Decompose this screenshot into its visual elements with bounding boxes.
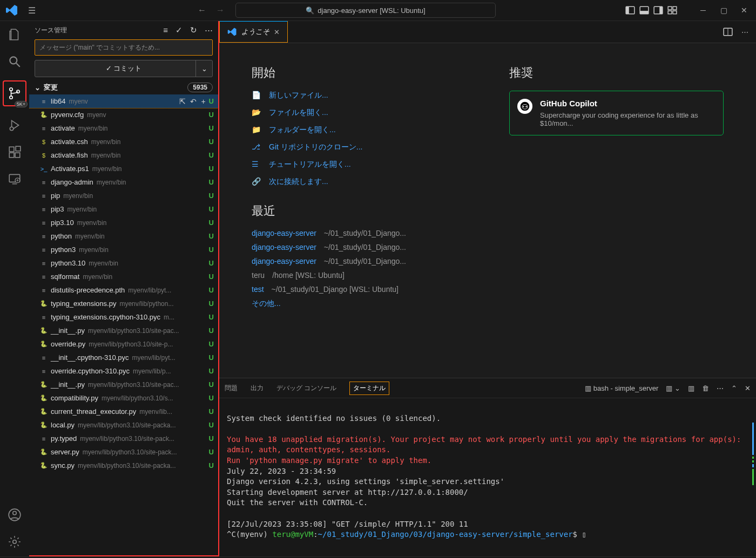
file-name: python3 — [51, 246, 76, 254]
close-button[interactable]: ✕ — [739, 6, 750, 15]
recent-more[interactable]: その他... — [252, 299, 281, 308]
more-icon[interactable]: ⋯ — [205, 25, 213, 35]
panel-tab-output[interactable]: 出力 — [251, 384, 264, 393]
editor-more-icon[interactable]: ⋯ — [741, 28, 748, 36]
sidebar-title: ソース管理 — [35, 26, 67, 35]
menu-icon[interactable]: ☰ — [28, 5, 36, 16]
nav-back-icon[interactable]: ← — [198, 5, 206, 15]
extensions-icon[interactable] — [6, 144, 23, 160]
change-item[interactable]: 🐍 override.py myenv/lib/python3.10/site-… — [29, 337, 218, 351]
minimize-button[interactable]: ─ — [698, 6, 708, 15]
nav-forward-icon[interactable]: → — [216, 5, 225, 15]
layout-primary-icon[interactable] — [625, 5, 635, 15]
new-terminal-icon[interactable]: ▥ ⌄ — [666, 384, 680, 392]
change-item[interactable]: ≡ override.cpython-310.pyc myenv/lib/p..… — [29, 364, 218, 378]
file-status: U — [209, 421, 214, 429]
recent-item[interactable]: django-easy-server~/01_study/01_Django..… — [252, 257, 466, 266]
change-item[interactable]: 🐍 sync.py myenv/lib/python3.10/site-pack… — [29, 459, 218, 472]
file-status: U — [209, 326, 214, 335]
change-item[interactable]: 🐍 __init__.py myenv/lib/python3.10/site-… — [29, 324, 218, 337]
change-item[interactable]: >_ Activate.ps1 myenv/bin ⇱↶+ U — [29, 162, 218, 175]
start-link[interactable]: 📂ファイルを開く... — [252, 108, 466, 118]
maximize-panel-icon[interactable]: ⌃ — [731, 384, 737, 392]
recent-item[interactable]: django-easy-server~/01_study/01_Django..… — [252, 243, 466, 251]
refresh-icon[interactable]: ↻ — [190, 25, 197, 35]
layout-customize-icon[interactable] — [667, 5, 677, 15]
accounts-icon[interactable] — [6, 507, 23, 523]
start-link[interactable]: 📁フォルダーを開く... — [252, 125, 466, 135]
change-item[interactable]: 🐍 __init__.py myenv/lib/python3.10/site-… — [29, 378, 218, 391]
change-item[interactable]: 🐍 local.py myenv/lib/python3.10/site-pac… — [29, 418, 218, 432]
commit-button[interactable]: ✓ コミット ⌄ — [35, 60, 213, 77]
run-debug-icon[interactable] — [6, 117, 23, 133]
recent-item[interactable]: teru/home [WSL: Ubuntu] — [252, 271, 466, 280]
change-item[interactable]: ≡ typing_extensions.cpython-310.pyc m...… — [29, 310, 218, 324]
commit-dropdown[interactable]: ⌄ — [195, 60, 212, 77]
split-terminal-icon[interactable]: ▥ — [688, 384, 694, 392]
kill-terminal-icon[interactable]: 🗑 — [702, 384, 709, 392]
change-item[interactable]: 🐍 typing_extensions.py myenv/lib/python.… — [29, 297, 218, 310]
view-tree-icon[interactable]: ≡ — [163, 25, 168, 35]
change-item[interactable]: ≡ python3 myenv/bin ⇱↶+ U — [29, 243, 218, 256]
recommended-title: 推奨 — [509, 65, 724, 81]
change-item[interactable]: ≡ pip3.10 myenv/bin ⇱↶+ U — [29, 216, 218, 229]
search-icon[interactable] — [6, 53, 23, 70]
explorer-icon[interactable] — [6, 26, 23, 43]
start-link[interactable]: ☰チュートリアルを開く... — [252, 160, 466, 169]
change-item[interactable]: 🐍 compatibility.py myenv/lib/python3.10/… — [29, 391, 218, 405]
file-name: python — [51, 232, 72, 240]
commit-check-icon[interactable]: ✓ — [176, 25, 183, 35]
commit-message-input[interactable]: メッセージ ("main" でコミットするため... — [35, 39, 213, 56]
change-item[interactable]: ≡ pip3 myenv/bin ⇱↶+ U — [29, 202, 218, 216]
remote-explorer-icon[interactable] — [6, 171, 23, 187]
terminal[interactable]: System check identified no issues (0 sil… — [219, 398, 756, 556]
layout-secondary-icon[interactable] — [653, 5, 663, 15]
change-item[interactable]: ≡ python3.10 myenv/bin ⇱↶+ U — [29, 256, 218, 270]
open-file-icon[interactable]: ⇱ — [179, 97, 186, 106]
layout-panel-icon[interactable] — [639, 5, 649, 15]
start-link[interactable]: 🔗次に接続します... — [252, 177, 466, 187]
terminal-dropdown[interactable]: ▥ bash - simple_server — [585, 384, 658, 392]
change-item[interactable]: $ activate.fish myenv/bin ⇱↶+ U — [29, 148, 218, 162]
stage-icon[interactable]: + — [201, 97, 205, 106]
changes-list: ≡ lib64 myenv ⇱↶+ U🐍 pyvenv.cfg myenv ⇱↶… — [29, 94, 218, 555]
change-item[interactable]: 🐍 pyvenv.cfg myenv ⇱↶+ U — [29, 108, 218, 121]
close-panel-icon[interactable]: ✕ — [745, 384, 751, 392]
discard-icon[interactable]: ↶ — [190, 97, 197, 106]
change-item[interactable]: ≡ py.typed myenv/lib/python3.10/site-pac… — [29, 432, 218, 445]
change-item[interactable]: ≡ pip myenv/bin ⇱↶+ U — [29, 189, 218, 202]
tab-welcome[interactable]: ようこそ ✕ — [219, 21, 288, 43]
change-item[interactable]: ≡ distutils-precedence.pth myenv/lib/pyt… — [29, 283, 218, 297]
change-item[interactable]: 🐍 current_thread_executor.py myenv/lib..… — [29, 405, 218, 418]
recent-item[interactable]: django-easy-server~/01_study/01_Django..… — [252, 229, 466, 237]
change-item[interactable]: ≡ __init__.cpython-310.pyc myenv/lib/pyt… — [29, 351, 218, 364]
file-name: py.typed — [51, 434, 77, 443]
change-item[interactable]: ≡ sqlformat myenv/bin ⇱↶+ U — [29, 270, 218, 283]
start-link[interactable]: ⎇Git リポジトリのクローン... — [252, 142, 466, 152]
changes-section[interactable]: ⌄ 変更 5935 — [29, 80, 218, 94]
source-control-icon[interactable]: 5K+ — [3, 80, 26, 106]
change-item[interactable]: ≡ python myenv/bin ⇱↶+ U — [29, 229, 218, 243]
panel-more-icon[interactable]: ⋯ — [717, 384, 724, 392]
file-icon: ≡ — [39, 233, 49, 240]
start-link[interactable]: 📄新しいファイル... — [252, 91, 466, 100]
file-name: __init__.py — [51, 380, 85, 389]
close-tab-icon[interactable]: ✕ — [274, 28, 280, 36]
change-item[interactable]: 🐍 server.py myenv/lib/python3.10/site-pa… — [29, 445, 218, 459]
panel-tab-debug[interactable]: デバッグ コンソール — [276, 384, 336, 393]
command-center[interactable]: 🔍 django-easy-server [WSL: Ubuntu] — [235, 3, 496, 18]
recent-item[interactable]: test~/01_study/01_Django [WSL: Ubuntu] — [252, 285, 466, 294]
file-icon: 🐍 — [39, 448, 49, 455]
panel-tab-problems[interactable]: 問題 — [225, 384, 238, 393]
settings-icon[interactable] — [6, 534, 23, 550]
change-item[interactable]: ≡ activate myenv/bin ⇱↶+ U — [29, 121, 218, 135]
change-item[interactable]: $ activate.csh myenv/bin ⇱↶+ U — [29, 135, 218, 148]
copilot-card[interactable]: GitHub Copilot Supercharge your coding e… — [509, 91, 724, 135]
change-item[interactable]: ≡ django-admin myenv/bin ⇱↶+ U — [29, 175, 218, 189]
link-icon: 📁 — [252, 125, 261, 135]
panel-tab-terminal[interactable]: ターミナル — [349, 382, 389, 395]
change-item[interactable]: ≡ lib64 myenv ⇱↶+ U — [29, 94, 218, 108]
file-icon: ≡ — [39, 206, 49, 213]
split-editor-icon[interactable] — [723, 27, 733, 37]
maximize-button[interactable]: ▢ — [718, 6, 729, 15]
